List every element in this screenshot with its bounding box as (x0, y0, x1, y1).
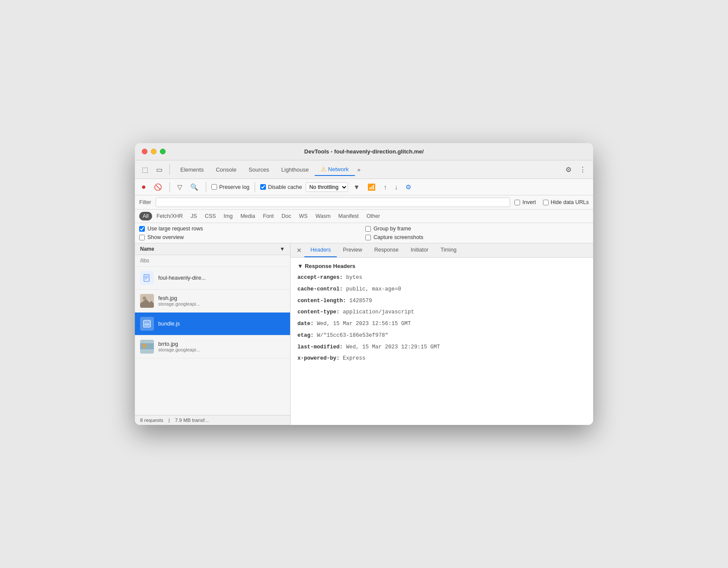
preserve-log-checkbox[interactable] (211, 184, 217, 190)
img2-icon (140, 340, 154, 354)
throttle-select[interactable]: No throttling (306, 182, 348, 192)
separator-3 (206, 182, 206, 192)
type-manifest[interactable]: Manifest (335, 212, 362, 220)
hide-data-urls-checkbox[interactable] (543, 200, 549, 205)
sort-icon: ▼ (280, 246, 285, 252)
separator-2 (169, 182, 170, 192)
more-tabs-icon[interactable]: » (355, 165, 363, 175)
show-overview-label[interactable]: Show overview (139, 234, 363, 240)
group-by-frame-label[interactable]: Group by frame (365, 226, 589, 232)
invert-label[interactable]: Invert (514, 199, 536, 205)
tab-network[interactable]: ⚠ Network (315, 163, 354, 176)
filter-checks: Invert Hide data URLs (514, 199, 589, 205)
header-key: last-modified: (297, 344, 343, 350)
filter-input[interactable] (156, 198, 511, 207)
header-row: cache-control: public, max-age=0 (297, 285, 586, 294)
type-fetch-xhr[interactable]: Fetch/XHR (153, 212, 186, 220)
tab-headers[interactable]: Headers (304, 243, 337, 257)
network-warning-icon: ⚠ (321, 166, 326, 172)
filter-label: Filter (139, 199, 151, 205)
clear-button[interactable]: 🚫 (152, 182, 164, 192)
show-overview-checkbox[interactable] (139, 235, 145, 240)
disable-cache-label[interactable]: Disable cache (260, 184, 302, 190)
file-name: bundle.js (158, 321, 285, 327)
hide-data-urls-label[interactable]: Hide data URLs (543, 199, 589, 205)
header-value: application/javascript (343, 309, 414, 315)
header-value: Wed, 15 Mar 2023 12:29:15 GMT (346, 344, 441, 350)
record-button[interactable]: ● (139, 181, 148, 193)
list-item[interactable]: fesh.jpg storage.googleapi... (135, 290, 290, 313)
use-large-rows-label[interactable]: Use large request rows (139, 226, 363, 232)
header-key: cache-control: (297, 286, 343, 292)
transfer-size: 7.9 MB transf... (175, 418, 209, 423)
cursor-icon[interactable]: ⬚ (139, 164, 151, 176)
file-name: fesh.jpg (158, 295, 285, 301)
name-column-header: Name (140, 246, 154, 252)
file-name: brrto.jpg (158, 341, 285, 347)
tab-response[interactable]: Response (368, 243, 405, 257)
file-sub: storage.googleapi... (158, 301, 285, 306)
type-img[interactable]: Img (220, 212, 236, 220)
upload-icon[interactable]: ↑ (381, 182, 389, 192)
header-key: date: (297, 321, 314, 327)
preserve-log-label[interactable]: Preserve log (211, 184, 249, 190)
type-ws[interactable]: WS (295, 212, 311, 220)
traffic-lights (142, 149, 166, 154)
tab-timing[interactable]: Timing (434, 243, 463, 257)
wifi-icon[interactable]: 📶 (365, 182, 378, 192)
tab-preview[interactable]: Preview (337, 243, 368, 257)
type-wasm[interactable]: Wasm (312, 212, 334, 220)
type-css[interactable]: CSS (201, 212, 220, 220)
disable-cache-checkbox[interactable] (260, 184, 266, 190)
search-icon[interactable]: 🔍 (188, 182, 201, 192)
tab-lighthouse[interactable]: Lighthouse (275, 164, 315, 176)
list-item[interactable]: foul-heavenly-dire... (135, 267, 290, 290)
svg-rect-10 (140, 343, 154, 349)
filter-icon[interactable]: ▽ (175, 182, 185, 192)
close-panel-button[interactable]: ✕ (294, 244, 304, 256)
tab-sources[interactable]: Sources (243, 164, 275, 176)
file-info: bundle.js (158, 321, 285, 327)
list-item-selected[interactable]: </> bundle.js (135, 313, 290, 335)
capture-screenshots-checkbox[interactable] (365, 235, 371, 240)
type-doc[interactable]: Doc (278, 212, 294, 220)
throttle-icon[interactable]: ▼ (351, 182, 362, 192)
file-info: fesh.jpg storage.googleapi... (158, 295, 285, 306)
type-all[interactable]: All (139, 212, 152, 220)
header-value: Wed, 15 Mar 2023 12:56:15 GMT (317, 321, 411, 327)
type-js[interactable]: JS (187, 212, 201, 220)
file-info: brrto.jpg storage.googleapi... (158, 341, 285, 352)
header-rows: accept-ranges: bytescache-control: publi… (297, 274, 586, 363)
separator: | (169, 418, 170, 423)
detail-panel: ✕ Headers Preview Response Initiator Tim… (291, 243, 593, 425)
device-icon[interactable]: ▭ (153, 164, 165, 176)
invert-checkbox[interactable] (514, 200, 520, 205)
type-other[interactable]: Other (363, 212, 383, 220)
group-by-frame-checkbox[interactable] (365, 226, 371, 232)
close-button[interactable] (142, 149, 147, 154)
list-item[interactable]: /libs (135, 255, 290, 267)
settings2-icon[interactable]: ⚙ (403, 182, 413, 192)
more-options-icon[interactable]: ⋮ (577, 164, 589, 176)
capture-screenshots-label[interactable]: Capture screenshots (365, 234, 589, 240)
tab-initiator[interactable]: Initiator (405, 243, 434, 257)
detail-tabs: ✕ Headers Preview Response Initiator Tim… (291, 243, 593, 258)
list-item[interactable]: brrto.jpg storage.googleapi... (135, 335, 290, 358)
options-row: Use large request rows Group by frame Sh… (135, 223, 593, 243)
js-icon: </> (140, 317, 154, 331)
tab-elements[interactable]: Elements (174, 164, 210, 176)
svg-rect-0 (144, 274, 149, 281)
main-content: Name ▼ /libs (135, 243, 593, 425)
download-icon[interactable]: ↓ (393, 182, 400, 192)
header-row: x-powered-by: Express (297, 354, 586, 363)
use-large-rows-checkbox[interactable] (139, 226, 145, 232)
minimize-button[interactable] (151, 149, 156, 154)
header-value: 1428579 (349, 298, 372, 304)
svg-text:</>: </> (144, 322, 150, 326)
header-key: x-powered-by: (297, 355, 340, 361)
settings-icon[interactable]: ⚙ (563, 164, 574, 176)
tab-console[interactable]: Console (210, 164, 243, 176)
type-media[interactable]: Media (237, 212, 259, 220)
maximize-button[interactable] (160, 149, 166, 154)
type-font[interactable]: Font (259, 212, 277, 220)
